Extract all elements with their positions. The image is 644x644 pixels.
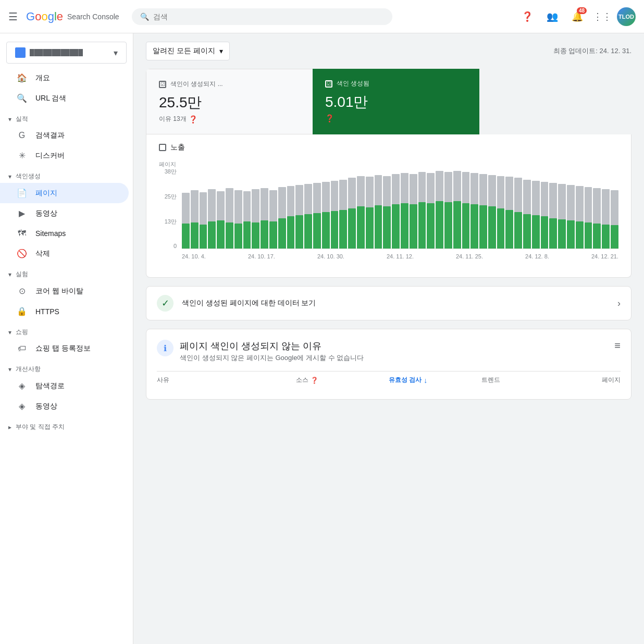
sidebar-item-pages[interactable]: 📄 페이지 — [0, 183, 129, 203]
search-bar[interactable]: 🔍 — [132, 8, 392, 25]
filter-dropdown[interactable]: 알려진 모든 페이지 ▾ — [146, 42, 230, 60]
sidebar-item-label: 삭제 — [35, 249, 50, 258]
section-label: 개선사항 — [16, 365, 41, 374]
bar-green — [348, 208, 356, 249]
bar-group — [217, 168, 225, 249]
accounts-button[interactable]: 👥 — [542, 6, 563, 27]
filter-bar: 알려진 모든 페이지 ▾ 최종 업데이트: 24. 12. 31. — [146, 42, 631, 60]
site-selector[interactable]: ████████████ ▾ — [6, 42, 127, 64]
bar-green — [418, 202, 426, 249]
sidebar-item-overview[interactable]: 🏠 개요 — [0, 68, 129, 88]
lock-icon: 🔒 — [17, 306, 27, 316]
reasons-subtitle: 색인이 생성되지 않은 페이지는 Google에 게시할 수 없습니다 — [180, 353, 364, 363]
apps-button[interactable]: ⋮⋮ — [592, 6, 613, 27]
stat-card-indexed[interactable]: ☑ 색인 생성됨 5.01만 ❓ — [313, 69, 479, 134]
site-icon — [15, 47, 26, 58]
sidebar-item-video2[interactable]: ◈ 동영상 — [0, 396, 129, 416]
bar-group — [593, 168, 601, 249]
sidebar-item-core-web-vitals[interactable]: ⊙ 코어 웹 바이탈 — [0, 281, 129, 301]
bar-green — [217, 220, 225, 249]
link-card[interactable]: ✓ 색인이 생성된 페이지에 대한 데이터 보기 › — [146, 286, 631, 320]
bar-group — [576, 168, 584, 249]
bar-green — [602, 225, 610, 249]
help-icon: ❓ — [522, 11, 533, 22]
bar-green — [295, 215, 303, 249]
help-icon[interactable]: ❓ — [189, 115, 197, 123]
bar-group — [567, 168, 575, 249]
sidebar-item-url-search[interactable]: 🔍 URL 검색 — [0, 88, 129, 108]
bar-group — [278, 168, 286, 249]
help-icon[interactable]: ❓ — [325, 114, 334, 122]
bar-green — [278, 218, 286, 249]
bar-green — [234, 224, 242, 249]
chart-container: 노출 페이지 38만 25만 13만 0 24. 10. 4. 24. 10. … — [146, 134, 631, 278]
sidebar-item-sitemaps[interactable]: 🗺 Sitemaps — [0, 224, 129, 243]
legend-checkbox[interactable] — [159, 144, 166, 151]
stat-card-not-indexed[interactable]: ☑ 색인이 생성되지 ... 25.5만 이유 13개 ❓ — [146, 69, 313, 134]
bar-group — [453, 168, 461, 249]
header: ☰ Google Search Console 🔍 ❓ 👥 🔔 48 ⋮⋮ TL… — [0, 0, 644, 33]
sidebar-item-shopping-tab[interactable]: 🏷 쇼핑 탭 등록정보 — [0, 339, 129, 358]
bar-group — [401, 168, 408, 249]
bar-green — [576, 221, 584, 249]
sort-down-icon: ↓ — [424, 376, 427, 385]
accounts-icon: 👥 — [547, 11, 558, 22]
notifications-button[interactable]: 🔔 48 — [567, 6, 588, 27]
x-label: 24. 11. 25. — [456, 253, 483, 265]
stat-label: 색인 생성됨 — [337, 79, 369, 88]
bar-group — [514, 168, 522, 249]
col-validity-header[interactable]: 유효성 검사 ↓ — [389, 376, 481, 385]
bar-green — [567, 220, 575, 249]
reasons-text-block: 페이지 색인이 생성되지 않는 이유 색인이 생성되지 않은 페이지는 Goog… — [180, 340, 364, 363]
sidebar-item-discover[interactable]: ✳ 디스커버 — [0, 145, 129, 166]
sidebar-item-label: 탐색경로 — [35, 381, 65, 391]
bar-group — [208, 168, 216, 249]
bar-green — [558, 219, 566, 249]
source-help-icon[interactable]: ❓ — [311, 377, 318, 384]
search-input[interactable] — [153, 13, 384, 21]
sidebar-item-search-results[interactable]: G 검색결과 — [0, 126, 129, 145]
bar-group — [287, 168, 295, 249]
bar-green — [541, 216, 549, 249]
sidebar-item-breadcrumbs[interactable]: ◈ 탐색경로 — [0, 376, 129, 396]
stat-label: 색인이 생성되지 ... — [170, 80, 223, 89]
bar-green — [304, 214, 312, 249]
y-label-2: 25만 — [159, 193, 177, 201]
bar-green — [427, 203, 435, 249]
discover-icon: ✳ — [17, 151, 27, 160]
filter-icon[interactable]: ≡ — [614, 340, 621, 352]
chevron-icon: ▾ — [8, 366, 11, 373]
sidebar-section-manual-actions[interactable]: ▸ 부야 및 직접 주치 — [0, 416, 133, 434]
reasons-header: ℹ 페이지 색인이 생성되지 않는 이유 색인이 생성되지 않은 페이지는 Go… — [157, 340, 621, 363]
chevron-right-icon: › — [617, 298, 621, 309]
sidebar-section-experiments[interactable]: ▾ 실험 — [0, 264, 133, 281]
sidebar-item-label: URL 검색 — [35, 94, 66, 103]
home-icon: 🏠 — [17, 73, 27, 83]
sidebar-item-video[interactable]: ▶ 동영상 — [0, 203, 129, 224]
help-button[interactable]: ❓ — [517, 6, 538, 27]
sidebar-section-improvements[interactable]: ▾ 개선사항 — [0, 358, 133, 376]
avatar[interactable]: TLOD — [617, 7, 636, 26]
sidebar-section-shopping[interactable]: ▾ 쇼핑 — [0, 321, 133, 339]
chart-legend: 노출 — [159, 143, 618, 152]
bar-green — [611, 225, 618, 249]
sidebar-item-label: 동영상 — [35, 402, 57, 411]
menu-icon[interactable]: ☰ — [8, 10, 18, 23]
stat-card-header: ☑ 색인 생성됨 — [325, 79, 467, 88]
bar-group — [602, 168, 610, 249]
sidebar-item-removal[interactable]: 🚫 삭제 — [0, 243, 129, 264]
bar-group — [182, 168, 190, 249]
sidebar-item-https[interactable]: 🔒 HTTPS — [0, 301, 129, 321]
bar-green — [313, 213, 321, 249]
google-logo: Google — [26, 10, 63, 23]
bar-group — [611, 168, 618, 249]
bar-group — [383, 168, 391, 249]
breadcrumb-icon: ◈ — [17, 381, 27, 391]
tag-icon: 🏷 — [17, 344, 27, 353]
sidebar-section-indexing[interactable]: ▾ 색인생성 — [0, 166, 133, 183]
section-label: 색인생성 — [16, 172, 41, 181]
sidebar-section-performance[interactable]: ▾ 실적 — [0, 108, 133, 126]
sidebar: ████████████ ▾ 🏠 개요 🔍 URL 검색 ▾ 실적 G 검색결과… — [0, 33, 133, 611]
bar-green — [287, 216, 295, 249]
bar-green — [488, 206, 496, 249]
